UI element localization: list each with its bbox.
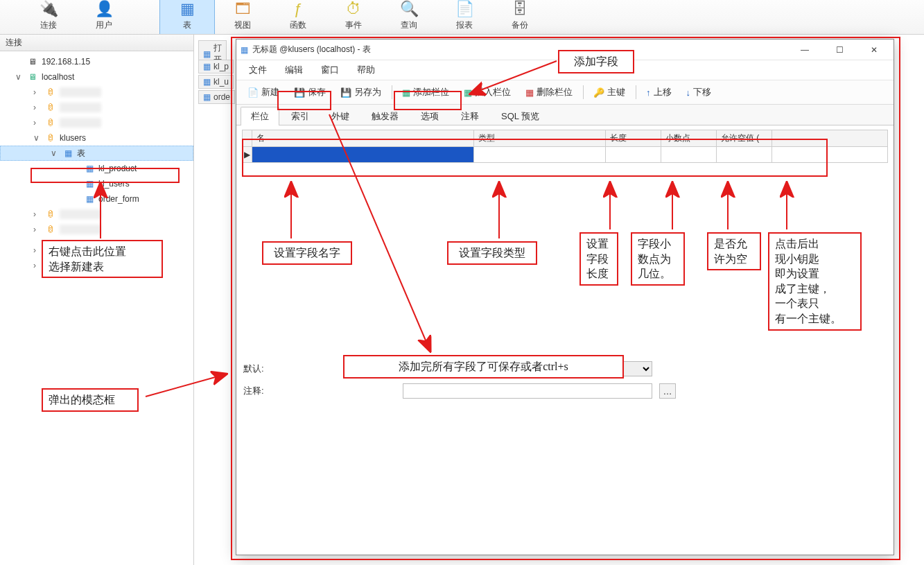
tb-backup-label: 备份	[512, 19, 528, 31]
col-type[interactable]: 类型	[474, 130, 606, 147]
tb-delcol[interactable]: ▦删除栏位	[518, 83, 580, 101]
tb-connect[interactable]: 🔌 连接	[21, 0, 76, 34]
cell-name[interactable]	[252, 147, 474, 163]
cell-dec[interactable]	[661, 147, 717, 163]
tb-table[interactable]: ▦ 表	[159, 0, 215, 34]
tb-backup[interactable]: 🗄 备份	[492, 0, 548, 34]
comment-browse-button[interactable]: …	[659, 383, 676, 399]
menubar: 文件 编辑 窗口 帮助	[236, 60, 894, 80]
tb-func[interactable]: ƒ 函数	[270, 0, 326, 34]
col-null[interactable]: 允许空值 (	[717, 130, 772, 147]
tb-addcol-label: 添加栏位	[413, 86, 449, 98]
tree-db-blur[interactable]: ›🛢	[0, 243, 193, 258]
query-icon: 🔍	[398, 0, 420, 18]
tb-inscol[interactable]: ▦插入栏位	[457, 83, 518, 101]
maximize-button[interactable]: ☐	[824, 40, 855, 60]
arrow-up-icon: ↑	[646, 87, 651, 98]
delete-col-icon: ▦	[525, 87, 534, 98]
window-title: 无标题 @klusers (localhost) - 表	[252, 44, 785, 55]
row-handle[interactable]: ▶	[243, 147, 252, 163]
plug-icon: 🔌	[37, 0, 60, 18]
tree-host[interactable]: 🖥 192.168.1.15	[0, 54, 193, 69]
backup-icon: 🗄	[509, 0, 531, 18]
bg-tab-label: kl_u	[213, 77, 229, 87]
minimize-button[interactable]: —	[790, 40, 820, 60]
tb-user-label: 用户	[96, 19, 112, 31]
tree-table-item[interactable]: ▦kl_users	[0, 176, 193, 191]
tree-host-label: 192.168.1.15	[42, 57, 90, 67]
dtab-trigger[interactable]: 触发器	[361, 107, 409, 125]
field-grid[interactable]: 名 类型 长度 小数点 允许空值 ( ▶	[242, 130, 888, 163]
col-name[interactable]: 名	[252, 130, 474, 147]
bg-tab[interactable]: ▦kl_u	[198, 75, 234, 89]
input-default[interactable]	[403, 361, 652, 376]
tree-table-item[interactable]: ▦kl_product	[0, 161, 193, 176]
cell-pk[interactable]	[772, 147, 888, 163]
tree-db-blur[interactable]: ›🛢	[0, 258, 193, 273]
tb-new[interactable]: 📄新建	[241, 83, 287, 101]
close-button[interactable]: ✕	[859, 40, 889, 60]
tree-db-blur[interactable]: ›🛢	[0, 115, 193, 130]
bg-tab[interactable]: ▦orde	[198, 90, 235, 104]
input-comment[interactable]	[403, 383, 652, 399]
menu-help[interactable]: 帮助	[349, 62, 383, 78]
table-designer-window: ▦ 无标题 @klusers (localhost) - 表 — ☐ ✕ 文件 …	[236, 39, 894, 555]
tree-db-blur[interactable]: ›🛢	[0, 207, 193, 222]
table-icon: ▦	[83, 179, 96, 189]
tb-event[interactable]: ⏱ 事件	[326, 0, 381, 34]
tb-addcol[interactable]: ▦添加栏位	[395, 83, 457, 101]
field-row[interactable]: ▶	[243, 147, 888, 163]
menu-file[interactable]: 文件	[241, 62, 275, 78]
tree-db-blur[interactable]: ›🛢	[0, 222, 193, 237]
tree-tables-node[interactable]: ∨ ▦ 表	[0, 146, 193, 161]
table-icon: ▦	[83, 194, 96, 204]
tree-db-blur[interactable]: ›🛢	[0, 100, 193, 115]
tb-saveas-label: 另存为	[354, 86, 381, 98]
col-dec[interactable]: 小数点	[661, 130, 717, 147]
tb-down[interactable]: ↓下移	[679, 83, 720, 101]
tb-user[interactable]: 👤 用户	[76, 0, 132, 34]
bg-tab[interactable]: ▦kl_p	[198, 60, 234, 73]
col-len[interactable]: 长度	[606, 130, 661, 147]
tree-localhost[interactable]: ∨ 🖥 localhost	[0, 69, 193, 85]
tb-view[interactable]: 🗔 视图	[215, 0, 270, 34]
tb-save[interactable]: 💾保存	[287, 83, 333, 101]
tree-db-blur[interactable]: ›🛢	[0, 85, 193, 100]
add-col-icon: ▦	[402, 87, 410, 98]
tb-new-label: 新建	[261, 86, 279, 98]
dtab-options[interactable]: 选项	[410, 107, 449, 125]
user-icon: 👤	[93, 0, 115, 18]
bg-tab-label: orde	[213, 92, 230, 102]
main-toolbar: 🔌 连接 👤 用户 ▦ 表 🗔 视图 ƒ 函数 ⏱ 事件 🔍 查询 📄 报表 🗄…	[0, 0, 924, 35]
col-pk[interactable]	[772, 130, 888, 147]
menu-window[interactable]: 窗口	[313, 62, 347, 78]
dtab-comment[interactable]: 注释	[451, 107, 489, 125]
tb-query[interactable]: 🔍 查询	[381, 0, 437, 34]
tb-query-label: 查询	[401, 19, 417, 31]
table-icon: ▦	[176, 0, 198, 18]
dtab-sql[interactable]: SQL 预览	[491, 107, 550, 125]
menu-edit[interactable]: 编辑	[277, 62, 311, 78]
tree-localhost-label: localhost	[42, 72, 74, 82]
tb-saveas[interactable]: 💾另存为	[333, 83, 389, 101]
tree-table-label: order_form	[98, 194, 139, 204]
connection-tree: 🖥 192.168.1.15 ∨ 🖥 localhost ›🛢 ›🛢 ›🛢 ∨ …	[0, 51, 193, 276]
table-icon: ▦	[83, 164, 96, 173]
dtab-index[interactable]: 索引	[281, 107, 320, 125]
function-icon: ƒ	[287, 0, 309, 18]
row-handle-header	[243, 130, 252, 147]
tb-report[interactable]: 📄 报表	[437, 0, 492, 34]
chevron-down-icon: ∨	[15, 72, 24, 82]
save-icon: 💾	[294, 87, 305, 98]
dtab-fields[interactable]: 栏位	[241, 107, 279, 125]
cell-len[interactable]	[606, 147, 661, 163]
tree-db-klusers[interactable]: ∨ 🛢 klusers	[0, 130, 193, 146]
tb-up[interactable]: ↑上移	[639, 83, 679, 101]
cell-type[interactable]	[474, 147, 606, 163]
tree-table-item[interactable]: ▦order_form	[0, 191, 193, 207]
cell-null[interactable]	[717, 147, 772, 163]
dtab-fk[interactable]: 外键	[321, 107, 360, 125]
field-props: 默认: 注释: …	[236, 357, 894, 410]
tb-pk[interactable]: 🔑主键	[586, 83, 633, 101]
label-comment: 注释:	[243, 385, 396, 397]
